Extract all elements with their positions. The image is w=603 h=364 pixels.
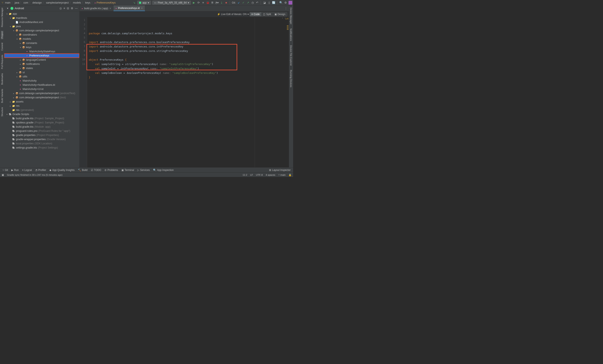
tree-row[interactable]: 📁res (generated) [4,108,79,112]
git-branch[interactable]: ⑂ main [278,174,286,176]
tree-row[interactable]: 🐘settings.gradle.kts (Project Settings) [4,146,79,150]
tool-run[interactable]: ▶Run [10,169,20,172]
tree-row[interactable]: ▾📦com.delasign.samplestarterproject [4,28,79,33]
rail-pull-requests[interactable]: Pull Requests [1,54,3,70]
breadcrumb-item[interactable]: java [14,1,20,4]
run-icon[interactable]: ▶ [192,1,196,4]
project-tree[interactable]: ▾📁app▾📁manifests📄AndroidManifest.xml▾📁ja… [4,11,79,167]
tree-row[interactable]: MainActivity [4,79,79,83]
history-icon[interactable]: ◷ [251,1,254,4]
git-pull-icon[interactable]: ↙ [237,1,240,4]
nav-up-icon[interactable]: ˄ [282,18,283,20]
tool-logcat[interactable]: ≡Logcat [21,169,33,172]
tree-arrow-icon[interactable]: ▸ [19,42,21,44]
tree-row[interactable]: ▸📦com.delasign.samplestarterproject (and… [4,91,79,95]
git-commit-icon[interactable]: ✓ [242,1,245,4]
tree-row[interactable]: ▸📦notifications [4,62,79,66]
tree-row[interactable]: 🐘gradle-wrapper.properties (Gradle Versi… [4,137,79,141]
tree-row[interactable]: MainActivityStateKeys [4,49,79,54]
tree-row[interactable]: 🐘build.gradle.kts (Project: Sample_Proje… [4,116,79,121]
run-config-selector[interactable]: app ▾ [137,1,151,5]
rail-build-variants[interactable]: Build Variants [1,88,3,104]
apply-code-icon[interactable]: ≡ [201,1,205,4]
tool-profiler[interactable]: ◔Profiler [34,169,47,172]
avatar-icon[interactable] [289,1,292,5]
tree-row[interactable]: ▾🐘Gradle Scripts [4,112,79,116]
chevron-down-icon[interactable]: ▾ [6,7,9,10]
search-icon[interactable]: 🔍 [279,1,283,4]
coverage-icon[interactable]: ⛨ [211,1,214,4]
cursor-position[interactable]: 11:2 [243,174,247,176]
tree-row[interactable]: ▸📦coordinators [4,33,79,37]
tree-arrow-icon[interactable]: ▸ [19,67,21,69]
tree-row[interactable]: 🐘proguard-rules.pro (ProGuard Rules for … [4,129,79,133]
tool-services[interactable]: ▷Services [136,169,151,172]
tree-arrow-icon[interactable]: ▾ [6,13,8,15]
tree-row[interactable]: 📄AndroidManifest.xml [4,20,79,24]
tree-arrow-icon[interactable]: ▸ [19,63,21,65]
tree-row[interactable]: 🐘gradle.properties (Project Properties) [4,133,79,137]
tree-arrow-icon[interactable]: ▸ [9,101,11,103]
sidebar-title[interactable]: Android [15,7,24,10]
tree-row[interactable]: ▸📦utils [4,75,79,79]
tree-arrow-icon[interactable]: ▸ [9,105,11,107]
close-icon[interactable]: × [141,7,143,10]
tree-row[interactable]: ▸📦com.delasign.samplestarterproject (tes… [4,95,79,99]
tree-row[interactable]: ▾📁java [4,24,79,28]
view-split-button[interactable]: ◫Split [261,12,273,16]
apply-changes-icon[interactable]: ⟳ [197,1,200,4]
tree-row[interactable]: ▸📦constants [4,41,79,45]
scrollbar-minimap[interactable]: ⚠4 ˄ ˅ [285,17,289,167]
debug-icon[interactable]: 🐞 [206,1,209,4]
file-encoding[interactable]: UTF-8 [256,174,263,176]
stop-icon[interactable]: ■ [224,1,228,4]
editor-tab[interactable]: PreferencesKeys.kt × [114,5,145,11]
tool-git[interactable]: ⑂Git [1,169,9,172]
gear-icon[interactable]: ⚙ [71,7,73,10]
attach-icon[interactable]: ⤓ [220,1,223,4]
database-icon[interactable]: ◪ [263,1,266,4]
rail-device-manager[interactable]: Device Manager [290,7,292,25]
breadcrumb-item[interactable]: com [23,1,29,4]
code-editor[interactable]: 1234567891011 package com.delasign.sampl… [80,17,289,167]
tree-arrow-icon[interactable]: ▾ [12,30,15,32]
breadcrumb-item[interactable]: keys [85,1,91,4]
tree-row[interactable]: ▸📁assets [4,99,79,104]
rail-device-file-explorer[interactable]: Device File Explorer [290,44,292,66]
sort-icon[interactable]: ≡ [63,7,65,10]
rail-structure[interactable]: Structure [1,106,3,117]
tree-arrow-icon[interactable]: ▸ [16,71,18,74]
rail-commit[interactable]: Commit [1,42,3,52]
rail-running-devices[interactable]: Running Devices [290,69,292,88]
breadcrumb-item[interactable]: models [72,1,81,4]
rail-project[interactable]: Project [1,31,3,39]
rail-bookmarks[interactable]: Bookmarks [1,72,3,86]
close-icon[interactable]: × [109,7,111,10]
view-code-button[interactable]: ≡Code [250,12,262,16]
tree-arrow-icon[interactable]: ▾ [9,25,11,28]
tree-arrow-icon[interactable]: ▾ [16,38,18,40]
tree-row[interactable]: ▸📦ui [4,70,79,75]
breadcrumb-item[interactable]: samplestarterproject [46,1,69,4]
rail-resource-manager[interactable]: Resource Manager [1,7,3,28]
breadcrumb-item[interactable]: delasign [32,1,42,4]
tree-row[interactable]: 🐘build.gradle.kts (Module :app) [4,125,79,129]
tool-build[interactable]: 🔨Build [77,169,89,172]
tree-row[interactable]: MainActivity+Notifications.kt [4,83,79,87]
hide-icon[interactable]: — [75,7,78,10]
target-icon[interactable]: ◎ [59,7,62,10]
tree-row[interactable]: ▾📦keys [4,45,79,49]
tool-layout-inspector[interactable]: ⊞Layout Inspector [268,169,292,172]
line-separator[interactable]: LF [250,174,253,176]
tree-arrow-icon[interactable]: ▸ [12,92,15,95]
live-edit-toggle[interactable]: ⚡ Live Edit of literals: ON ▾ [217,13,249,16]
hammer-icon[interactable]: ↘ [133,1,136,4]
tree-arrow-icon[interactable]: ▾ [19,46,21,49]
tree-row[interactable]: ▸📁res [4,104,79,108]
indent-info[interactable]: 4 spaces [266,174,275,176]
tree-arrow-icon[interactable]: ▾ [6,113,8,115]
nav-down-icon[interactable]: ˅ [285,18,286,20]
tool-app-quality[interactable]: ◆App Quality Insights [48,169,76,172]
breadcrumb[interactable]: ⑂ main 〉 java 〉 com 〉 delasign 〉 samples… [1,1,133,4]
profile-icon[interactable]: ◔▾ [215,1,219,4]
